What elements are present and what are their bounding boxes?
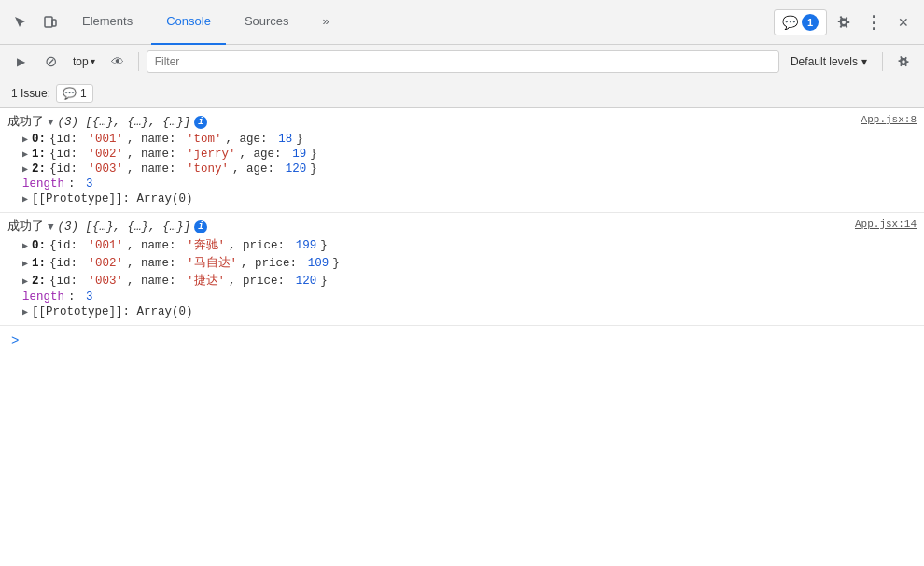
levels-dropdown[interactable]: Default levels ▾ (783, 53, 875, 70)
console-settings-icon[interactable] (890, 49, 917, 75)
arrow-0-icon[interactable]: ▶ (22, 134, 28, 145)
issues-badge[interactable]: 💬 1 (56, 84, 93, 103)
levels-chevron-icon: ▾ (861, 55, 867, 68)
entry-1-item-2: ▶ 2: {id: '003' , name: 'tony' , age: 12… (22, 162, 917, 177)
issues-bar: 1 Issue: 💬 1 (0, 78, 924, 108)
entry-2-prototype: ▶ [[Prototype]]: Array(0) (22, 304, 917, 319)
close-icon[interactable]: ✕ (890, 9, 917, 35)
entry-2-label: 成功了 (7, 219, 44, 234)
issue-chat-icon: 💬 (63, 87, 77, 100)
issue-count: 1 (80, 87, 87, 100)
settings-icon[interactable] (831, 9, 857, 35)
issues-badge-button[interactable]: 💬 1 (774, 9, 827, 35)
prototype-1-arrow-icon[interactable]: ▶ (22, 193, 28, 205)
prompt-symbol: > (11, 333, 19, 348)
cursor-icon[interactable] (7, 9, 34, 35)
toolbar-right: 💬 1 ⋮ ✕ (774, 9, 917, 35)
entry-1-item-1: ▶ 1: {id: '002' , name: 'jerry' , age: 1… (22, 147, 917, 162)
svg-rect-0 (45, 17, 52, 27)
arrow-e2-0-icon[interactable]: ▶ (22, 240, 28, 251)
entry-2-triangle[interactable]: ▼ (48, 221, 54, 233)
arrow-1-icon[interactable]: ▶ (22, 149, 28, 160)
entry-2-main: 成功了 ▼ (3) [{…}, {…}, {…}] i (7, 219, 207, 234)
tab-console[interactable]: Console (151, 0, 226, 45)
prototype-2-arrow-icon[interactable]: ▶ (22, 306, 28, 318)
arrow-2-icon[interactable]: ▶ (22, 163, 28, 175)
entry-2-length: length : 3 (22, 290, 917, 304)
secondary-toolbar: ▶ ⊘ top ▾ 👁 Default levels ▾ (0, 45, 924, 78)
entry-1-prototype: ▶ [[Prototype]]: Array(0) (22, 191, 917, 206)
entry-2-header: 成功了 ▼ (3) [{…}, {…}, {…}] i App.jsx:14 (0, 217, 924, 236)
entry-2-summary: (3) [{…}, {…}, {…}] (58, 220, 191, 233)
chevron-down-icon: ▾ (91, 56, 95, 66)
arrow-e2-2-icon[interactable]: ▶ (22, 276, 28, 287)
entry-1-main: 成功了 ▼ (3) [{…}, {…}, {…}] i (7, 114, 207, 130)
entry-2-item-0: ▶ 0: {id: '001' , name: '奔驰' , price: 19… (22, 236, 917, 254)
top-toolbar: Elements Console Sources » 💬 1 ⋮ ✕ (0, 0, 924, 45)
badge-count: 1 (802, 14, 819, 31)
context-selector[interactable]: top ▾ (67, 53, 101, 70)
issues-label: 1 Issue: (11, 87, 50, 100)
tab-more[interactable]: » (308, 0, 344, 45)
chat-icon: 💬 (782, 15, 798, 30)
device-icon[interactable] (37, 9, 63, 35)
entry-2-info-icon[interactable]: i (194, 220, 207, 233)
eye-icon[interactable]: 👁 (105, 49, 131, 75)
entry-2-file-link[interactable]: App.jsx:14 (855, 219, 917, 230)
tab-sources[interactable]: Sources (230, 0, 304, 45)
console-area: 成功了 ▼ (3) [{…}, {…}, {…}] i App.jsx:8 ▶ … (0, 108, 924, 566)
entry-2-body: ▶ 0: {id: '001' , name: '奔驰' , price: 19… (0, 236, 924, 321)
more-icon[interactable]: ⋮ (861, 9, 887, 35)
play-icon[interactable]: ▶ (7, 49, 34, 75)
tab-elements[interactable]: Elements (67, 0, 147, 45)
console-entry-2: 成功了 ▼ (3) [{…}, {…}, {…}] i App.jsx:14 ▶… (0, 213, 924, 326)
entry-1-file-link[interactable]: App.jsx:8 (861, 114, 917, 125)
entry-1-header: 成功了 ▼ (3) [{…}, {…}, {…}] i App.jsx:8 (0, 112, 924, 132)
entry-1-summary: (3) [{…}, {…}, {…}] (58, 116, 191, 129)
entry-1-length: length : 3 (22, 177, 917, 191)
console-prompt[interactable]: > (0, 326, 924, 356)
entry-1-info-icon[interactable]: i (194, 116, 207, 129)
filter-input[interactable] (147, 50, 779, 73)
entry-1-body: ▶ 0: {id: '001' , name: 'tom' , age: 18 … (0, 132, 924, 208)
entry-2-item-2: ▶ 2: {id: '003' , name: '捷达' , price: 12… (22, 272, 917, 290)
svg-rect-1 (52, 20, 56, 26)
console-entry-1: 成功了 ▼ (3) [{…}, {…}, {…}] i App.jsx:8 ▶ … (0, 108, 924, 213)
entry-1-triangle[interactable]: ▼ (48, 117, 54, 128)
arrow-e2-1-icon[interactable]: ▶ (22, 258, 28, 269)
entry-2-item-1: ▶ 1: {id: '002' , name: '马自达' , price: 1… (22, 254, 917, 272)
entry-1-label: 成功了 (7, 114, 44, 130)
block-icon[interactable]: ⊘ (37, 49, 63, 75)
entry-1-item-0: ▶ 0: {id: '001' , name: 'tom' , age: 18 … (22, 132, 917, 147)
